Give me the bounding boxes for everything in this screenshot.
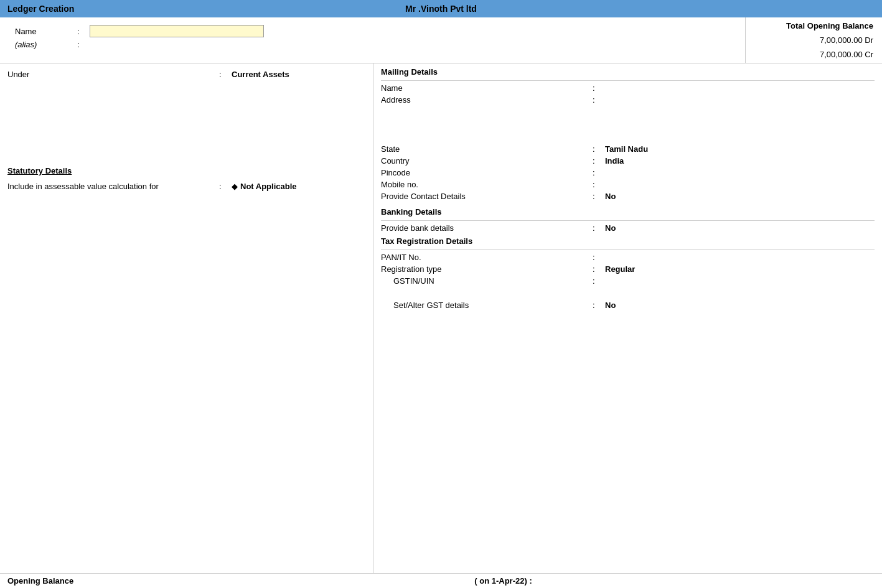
pan-colon: : bbox=[593, 253, 605, 262]
name-input[interactable] bbox=[90, 25, 264, 37]
on-date-label: ( on 1-Apr-22) : bbox=[132, 576, 875, 586]
include-row: Include in assessable value calculation … bbox=[7, 182, 365, 191]
country-label: Country bbox=[381, 156, 593, 166]
balance-area: Total Opening Balance 7,00,000.00 Dr 7,0… bbox=[745, 17, 882, 63]
total-opening-balance-label: Total Opening Balance bbox=[754, 21, 873, 30]
bottom-bar: Opening Balance ( on 1-Apr-22) : bbox=[0, 573, 882, 588]
app-window: Ledger Creation Mr .Vinoth Pvt ltd Name … bbox=[0, 0, 882, 588]
tax-reg-title: Tax Registration Details bbox=[381, 236, 875, 246]
pan-row: PAN/IT No. : bbox=[381, 253, 875, 262]
alias-label: (alias) bbox=[15, 40, 77, 49]
gstin-colon: : bbox=[593, 276, 605, 286]
provide-bank-value[interactable]: No bbox=[605, 223, 616, 233]
registration-type-value[interactable]: Regular bbox=[605, 264, 635, 274]
under-label: Under bbox=[7, 70, 219, 79]
mailing-details-title: Mailing Details bbox=[381, 67, 875, 77]
balance-dr: 7,00,000.00 Dr bbox=[754, 35, 873, 45]
provide-contact-colon: : bbox=[593, 192, 605, 201]
address-colon: : bbox=[593, 95, 605, 105]
include-value[interactable]: Not Applicable bbox=[240, 182, 297, 191]
balance-cr: 7,00,000.00 Cr bbox=[754, 50, 873, 59]
mobile-colon: : bbox=[593, 180, 605, 189]
under-row: Under : Current Assets bbox=[7, 70, 365, 79]
right-panel: Mailing Details Name : Address : State :… bbox=[373, 63, 882, 573]
set-alter-gst-label: Set/Alter GST details bbox=[393, 301, 593, 310]
registration-type-label: Registration type bbox=[381, 264, 593, 274]
country-colon: : bbox=[593, 156, 605, 166]
set-alter-gst-row: Set/Alter GST details : No bbox=[381, 301, 875, 310]
mobile-row: Mobile no. : bbox=[381, 180, 875, 189]
state-row: State : Tamil Nadu bbox=[381, 144, 875, 154]
pincode-label: Pincode bbox=[381, 168, 593, 177]
provide-bank-row: Provide bank details : No bbox=[381, 223, 875, 233]
set-alter-gst-value[interactable]: No bbox=[605, 301, 616, 310]
pan-label: PAN/IT No. bbox=[381, 253, 593, 262]
address-label: Address bbox=[381, 95, 593, 105]
state-value[interactable]: Tamil Nadu bbox=[605, 144, 648, 154]
provide-bank-colon: : bbox=[593, 223, 605, 233]
address-row: Address : bbox=[381, 95, 875, 105]
state-colon: : bbox=[593, 144, 605, 154]
title-bar-center: Mr .Vinoth Pvt ltd bbox=[296, 4, 585, 14]
set-alter-gst-colon: : bbox=[593, 301, 605, 310]
mailing-name-row: Name : bbox=[381, 83, 875, 93]
under-colon: : bbox=[219, 70, 232, 79]
country-value[interactable]: India bbox=[605, 156, 624, 166]
title-bar: Ledger Creation Mr .Vinoth Pvt ltd bbox=[0, 0, 882, 17]
alias-row: (alias) : bbox=[7, 39, 738, 50]
mailing-name-label: Name bbox=[381, 83, 593, 93]
statutory-title: Statutory Details bbox=[7, 166, 365, 175]
provide-contact-row: Provide Contact Details : No bbox=[381, 192, 875, 201]
country-row: Country : India bbox=[381, 156, 875, 166]
diamond-icon: ◆ bbox=[232, 182, 238, 191]
provide-contact-value[interactable]: No bbox=[605, 192, 616, 201]
name-row: Name : bbox=[7, 21, 738, 39]
include-label: Include in assessable value calculation … bbox=[7, 182, 219, 191]
registration-type-row: Registration type : Regular bbox=[381, 264, 875, 274]
under-value[interactable]: Current Assets bbox=[232, 70, 289, 79]
registration-type-colon: : bbox=[593, 264, 605, 274]
provide-contact-label: Provide Contact Details bbox=[381, 192, 593, 201]
top-area: Name : (alias) : Total Opening Balance 7… bbox=[0, 17, 882, 63]
include-colon: : bbox=[219, 182, 232, 191]
mailing-name-colon: : bbox=[593, 83, 605, 93]
banking-details-title: Banking Details bbox=[381, 207, 875, 217]
name-label: Name bbox=[15, 27, 77, 36]
mobile-label: Mobile no. bbox=[381, 180, 593, 189]
name-colon: : bbox=[77, 27, 90, 36]
pincode-colon: : bbox=[593, 168, 605, 177]
alias-colon: : bbox=[77, 40, 90, 49]
pincode-row: Pincode : bbox=[381, 168, 875, 177]
title-bar-left: Ledger Creation bbox=[7, 4, 296, 14]
name-area: Name : (alias) : bbox=[0, 17, 745, 63]
opening-balance-label: Opening Balance bbox=[7, 576, 132, 586]
left-panel: Under : Current Assets Statutory Details… bbox=[0, 63, 373, 573]
provide-bank-label: Provide bank details bbox=[381, 223, 593, 233]
gstin-row: GSTIN/UIN : bbox=[381, 276, 875, 286]
body-section: Under : Current Assets Statutory Details… bbox=[0, 63, 882, 573]
gstin-label: GSTIN/UIN bbox=[393, 276, 593, 286]
state-label: State bbox=[381, 144, 593, 154]
